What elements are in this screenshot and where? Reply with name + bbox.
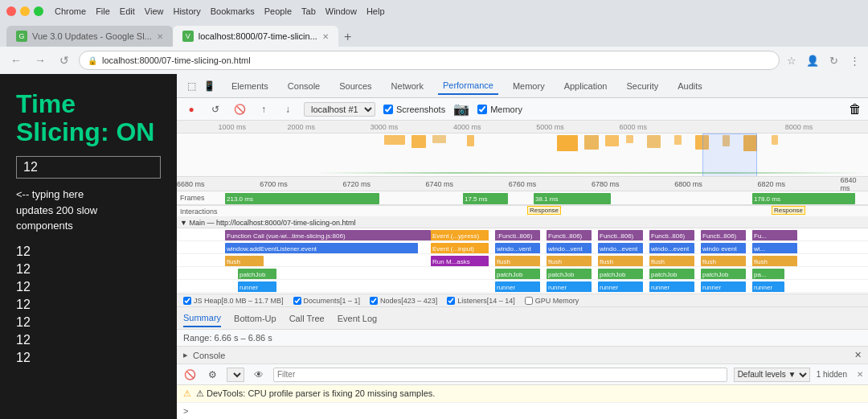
menu-item-file[interactable]: File: [96, 6, 110, 16]
frame-block-1[interactable]: 213.0 ms: [225, 193, 379, 204]
maximize-traffic-light[interactable]: [34, 6, 43, 16]
console-levels-select[interactable]: Default levels ▼: [734, 368, 810, 382]
listeners-checkbox[interactable]: [447, 297, 455, 305]
flame-block[interactable]: :Functi..806): [495, 230, 540, 240]
screenshots-checkbox[interactable]: [383, 105, 393, 114]
flame-block[interactable]: Fu...: [752, 230, 797, 240]
flame-block[interactable]: flush: [547, 256, 592, 266]
bottom-tab-eventlog[interactable]: Event Log: [338, 310, 378, 327]
download-button[interactable]: ↓: [280, 101, 296, 117]
flame-block[interactable]: flush: [649, 256, 694, 266]
flame-block[interactable]: pa...: [752, 269, 784, 279]
tab-close-1[interactable]: ✕: [157, 32, 163, 41]
bottom-tab-bottomup[interactable]: Bottom-Up: [234, 310, 276, 327]
menu-item-help[interactable]: Help: [366, 6, 385, 16]
source-select[interactable]: localhost #1: [304, 102, 375, 117]
devtools-tab-memory[interactable]: Memory: [508, 78, 550, 94]
flame-block[interactable]: runner: [495, 281, 540, 292]
flame-block[interactable]: flush: [598, 256, 643, 266]
frame-block-4[interactable]: 178.0 ms: [752, 193, 855, 204]
console-prompt[interactable]: >: [177, 403, 868, 419]
menu-icon[interactable]: ⋮: [847, 53, 862, 68]
flame-block[interactable]: windo...vent: [547, 243, 592, 253]
menu-item-window[interactable]: Window: [326, 6, 357, 16]
memory-checkbox[interactable]: [477, 105, 487, 114]
reload-record-button[interactable]: ↺: [207, 101, 223, 117]
address-bar[interactable]: 🔒 localhost:8000/07-time-slicing-on.html: [79, 51, 780, 70]
devtools-tab-performance[interactable]: Performance: [438, 77, 498, 95]
nodes-checkbox[interactable]: [370, 297, 378, 305]
flame-block[interactable]: patchJob: [495, 269, 540, 279]
flame-block[interactable]: runner: [701, 281, 746, 292]
gpu-checkbox[interactable]: [525, 297, 533, 305]
bottom-tab-summary[interactable]: Summary: [183, 310, 221, 327]
menu-item-view[interactable]: View: [145, 6, 164, 16]
devtools-tab-application[interactable]: Application: [559, 78, 612, 94]
timeline-selection[interactable]: [702, 134, 758, 177]
flame-block[interactable]: Functi..806): [547, 230, 592, 240]
menu-item-bookmarks[interactable]: Bookmarks: [211, 6, 255, 16]
console-clear-icon[interactable]: 🚫: [182, 367, 198, 383]
menu-item-tab[interactable]: Tab: [301, 6, 316, 16]
flame-block[interactable]: runner: [649, 281, 694, 292]
upload-button[interactable]: ↑: [256, 101, 272, 117]
bookmark-icon[interactable]: ☆: [784, 53, 799, 68]
heap-checkbox[interactable]: [183, 297, 191, 305]
frame-block-3[interactable]: 38.1 ms: [534, 193, 611, 204]
console-expand-icon[interactable]: ▸: [183, 350, 188, 360]
menu-item-people[interactable]: People: [264, 6, 292, 16]
flame-block[interactable]: windo...event: [649, 243, 694, 253]
devtools-inspect-icon[interactable]: ⬚: [183, 78, 199, 94]
flame-block[interactable]: wi...: [752, 243, 797, 253]
flame-block[interactable]: Functi..806): [649, 230, 694, 240]
flame-chart[interactable]: Function Call (vue-wi...time-slicing.js:…: [177, 228, 868, 294]
menu-item-edit[interactable]: Edit: [120, 6, 135, 16]
menu-item-history[interactable]: History: [173, 6, 200, 16]
flame-block[interactable]: patchJob: [701, 269, 746, 279]
tab-localhost[interactable]: V localhost:8000/07-time-slicin... ✕: [173, 26, 338, 47]
flame-block[interactable]: patchJob: [598, 269, 643, 279]
flame-block[interactable]: patchJob: [547, 269, 592, 279]
flame-block[interactable]: windo...event: [598, 243, 643, 253]
account-icon[interactable]: 👤: [805, 53, 820, 68]
close-traffic-light[interactable]: [6, 6, 16, 16]
flame-block[interactable]: Run M...asks: [431, 256, 489, 266]
flame-block[interactable]: windo event: [701, 243, 746, 253]
flame-block[interactable]: flush: [225, 256, 264, 266]
console-filter-input[interactable]: [273, 368, 727, 382]
bottom-tab-calltree[interactable]: Call Tree: [289, 310, 325, 327]
app-input[interactable]: [16, 156, 161, 179]
sync-icon[interactable]: ↻: [826, 53, 841, 68]
menu-item-chrome[interactable]: Chrome: [55, 6, 86, 16]
devtools-tab-audits[interactable]: Audits: [673, 78, 707, 94]
flame-block[interactable]: Event (...input): [431, 243, 489, 253]
flame-block[interactable]: Functi..806): [701, 230, 746, 240]
flame-block[interactable]: runner: [598, 281, 643, 292]
timeline-overview[interactable]: 1000 ms 2000 ms 3000 ms 4000 ms 5000 ms …: [177, 121, 868, 177]
flame-block[interactable]: patchJob: [238, 269, 276, 279]
flame-block[interactable]: Event (...ypress): [431, 230, 489, 240]
console-eye-icon[interactable]: 👁: [251, 367, 267, 383]
console-context-select[interactable]: top: [227, 368, 244, 382]
forward-button[interactable]: →: [31, 51, 50, 70]
devtools-tab-security[interactable]: Security: [621, 78, 663, 94]
record-button[interactable]: ●: [183, 101, 199, 117]
documents-checkbox[interactable]: [293, 297, 301, 305]
flame-block[interactable]: Functi..806): [598, 230, 643, 240]
flame-block[interactable]: runner: [238, 281, 276, 292]
devtools-device-icon[interactable]: 📱: [201, 78, 217, 94]
devtools-tab-console[interactable]: Console: [283, 78, 325, 94]
clear-recording-button[interactable]: 🚫: [231, 101, 248, 117]
flame-block[interactable]: patchJob: [649, 269, 694, 279]
minimize-traffic-light[interactable]: [20, 6, 30, 16]
back-button[interactable]: ←: [6, 51, 26, 70]
devtools-tab-elements[interactable]: Elements: [227, 78, 273, 94]
console-hide-icon[interactable]: ✕: [857, 370, 863, 379]
tab-close-2[interactable]: ✕: [322, 32, 329, 41]
console-filter-icon[interactable]: ⚙: [204, 367, 220, 383]
flame-block[interactable]: windo...vent: [495, 243, 540, 253]
devtools-tab-network[interactable]: Network: [387, 78, 428, 94]
flame-block[interactable]: flush: [752, 256, 797, 266]
flame-block[interactable]: runner: [752, 281, 784, 292]
reload-button[interactable]: ↺: [55, 51, 74, 70]
